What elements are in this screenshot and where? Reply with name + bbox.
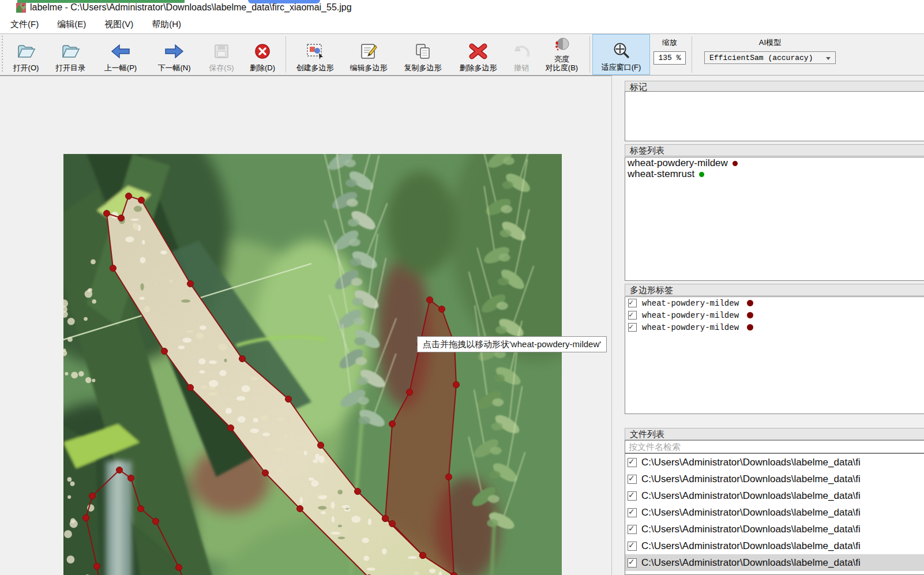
polygon-label-checkbox[interactable] (628, 323, 637, 332)
file-list-item[interactable]: C:\Users\Administrator\Downloads\labelme… (625, 538, 924, 554)
polygon-vertex[interactable] (104, 211, 110, 217)
next-image-button[interactable]: 下一幅(N) (147, 34, 201, 75)
polygon-label-checkbox[interactable] (628, 311, 637, 320)
file-item-path: C:\Users\Administrator\Downloads\labelme… (641, 490, 861, 502)
delete-image-button[interactable]: 删除(D) (242, 34, 283, 75)
polygon-vertex[interactable] (407, 389, 413, 396)
file-item-checkbox[interactable] (628, 475, 637, 484)
duplicate-polygon-button[interactable]: 复制多边形 (396, 34, 450, 75)
polygon-vertex[interactable] (161, 348, 168, 355)
file-search-input[interactable] (625, 440, 924, 453)
floppy-disk-icon (213, 40, 230, 62)
polygon-vertex[interactable] (420, 553, 426, 559)
canvas-panel-divider (611, 76, 612, 575)
save-button[interactable]: 保存(S) (201, 34, 242, 75)
file-list-item[interactable]: C:\Users\Administrator\Downloads\labelme… (625, 471, 924, 487)
fit-window-button[interactable]: 适应窗口(F) (592, 34, 650, 75)
polygon-vertex[interactable] (239, 356, 246, 362)
delete-polygon-button-label: 删除多边形 (460, 63, 497, 72)
file-list-item[interactable]: C:\Users\Administrator\Downloads\labelme… (625, 554, 924, 571)
polygon-vertex[interactable] (118, 215, 125, 221)
ai-model-select[interactable]: EfficientSam (accuracy) (704, 51, 836, 64)
polygon-vertex[interactable] (176, 565, 182, 571)
toolbar-drag-handle[interactable] (1, 36, 4, 73)
zoom-group: 缩放 135 % (650, 34, 689, 75)
polygon-vertex[interactable] (126, 193, 132, 200)
brightness-contrast-button[interactable]: 亮度 对比度(B) (536, 34, 587, 75)
ai-model-label: AI模型 (759, 37, 781, 48)
prev-image-button[interactable]: 上一幅(P) (94, 34, 147, 75)
polygon-vertex[interactable] (94, 563, 100, 570)
image-canvas[interactable] (0, 76, 612, 575)
menu-file[interactable]: 文件(F) (2, 17, 47, 32)
label-list-header: 标签列表 (625, 144, 924, 156)
polygon-vertex[interactable] (318, 442, 324, 449)
polygon-vertex[interactable] (297, 506, 303, 512)
edit-polygon-button[interactable]: 编辑多边形 (341, 34, 396, 75)
arrow-left-icon (110, 40, 131, 62)
undo-button-label: 撤销 (514, 63, 529, 72)
polygon-vertex[interactable] (382, 516, 389, 522)
zoom-value-spinbox[interactable]: 135 % (653, 51, 686, 65)
file-list-item[interactable]: C:\Users\Administrator\Downloads\labelme… (625, 504, 924, 521)
flags-list[interactable] (625, 91, 924, 141)
create-polygon-button[interactable]: 创建多边形 (288, 34, 341, 75)
polygon-vertex[interactable] (138, 197, 145, 204)
polygon-vertex[interactable] (286, 396, 292, 403)
menu-edit[interactable]: 编辑(E) (49, 17, 94, 32)
polygon-color-dot (747, 312, 753, 318)
polygon-vertex[interactable] (89, 493, 96, 499)
polygon-vertex[interactable] (389, 521, 396, 527)
polygon-vertex[interactable] (117, 467, 123, 473)
file-item-path: C:\Users\Administrator\Downloads\labelme… (641, 540, 861, 552)
menu-view[interactable]: 视图(V) (96, 17, 141, 32)
polygon-vertex[interactable] (187, 281, 194, 287)
polygon-vertex[interactable] (446, 474, 452, 480)
file-item-path: C:\Users\Administrator\Downloads\labelme… (641, 473, 861, 485)
polygon-vertex[interactable] (128, 475, 134, 482)
file-item-checkbox[interactable] (628, 491, 637, 501)
open-button[interactable]: 打开(O) (5, 34, 47, 75)
file-item-checkbox[interactable] (628, 508, 637, 517)
polygon-labels-list: wheat-powdery-mildewwheat-powdery-mildew… (625, 296, 924, 414)
polygon-vertex[interactable] (453, 382, 460, 388)
annotation-polygon[interactable] (104, 193, 562, 575)
polygon-vertex[interactable] (138, 506, 144, 512)
file-item-checkbox[interactable] (628, 458, 637, 467)
zoom-fit-icon (611, 40, 631, 62)
duplicate-polygon-button-label: 复制多边形 (404, 63, 442, 72)
toolbar-separator (286, 36, 286, 73)
label-list-item[interactable]: wheat-powdery-mildew (625, 157, 924, 168)
undo-button[interactable]: 撤销 (506, 34, 536, 75)
file-list-item[interactable]: C:\Users\Administrator\Downloads\labelme… (625, 454, 924, 471)
polygon-label-item[interactable]: wheat-powdery-mildew (625, 309, 924, 321)
delete-polygon-button[interactable]: 删除多边形 (450, 34, 506, 75)
file-list-item[interactable]: C:\Users\Administrator\Downloads\labelme… (625, 487, 924, 504)
polygon-vertex[interactable] (110, 265, 117, 272)
ai-model-selected-value: EfficientSam (accuracy) (709, 54, 813, 62)
open-dir-button-label: 打开目录 (55, 63, 85, 72)
polygon-vertex[interactable] (187, 385, 194, 391)
polygon-vertex[interactable] (427, 297, 433, 303)
open-dir-button[interactable]: 打开目录 (47, 34, 94, 75)
polygon-vertex[interactable] (389, 421, 396, 427)
brightness-contrast-label-line2: 对比度(B) (546, 63, 578, 72)
window-title: labelme - C:\Users\Administrator\Downloa… (30, 2, 352, 13)
polygon-vertex[interactable] (262, 470, 269, 476)
polygon-label-checkbox[interactable] (628, 299, 637, 307)
polygon-vertex[interactable] (153, 518, 159, 525)
polygon-vertex[interactable] (355, 488, 361, 495)
menu-help[interactable]: 帮助(H) (144, 17, 189, 32)
label-list-item-text: wheat-powdery-mildew (628, 158, 728, 168)
file-list-item[interactable]: C:\Users\Administrator\Downloads\labelme… (625, 521, 924, 538)
polygon-vertex[interactable] (228, 425, 234, 431)
file-item-checkbox[interactable] (628, 558, 637, 568)
file-item-checkbox[interactable] (628, 542, 637, 551)
polygon-vertex[interactable] (439, 306, 445, 313)
polygon-vertex[interactable] (83, 515, 89, 521)
annotation-polygon[interactable] (83, 467, 216, 575)
label-list-item[interactable]: wheat-stemrust (625, 168, 924, 179)
file-item-checkbox[interactable] (628, 525, 637, 534)
polygon-label-item[interactable]: wheat-powdery-mildew (625, 297, 924, 309)
polygon-label-item[interactable]: wheat-powdery-mildew (625, 321, 924, 333)
